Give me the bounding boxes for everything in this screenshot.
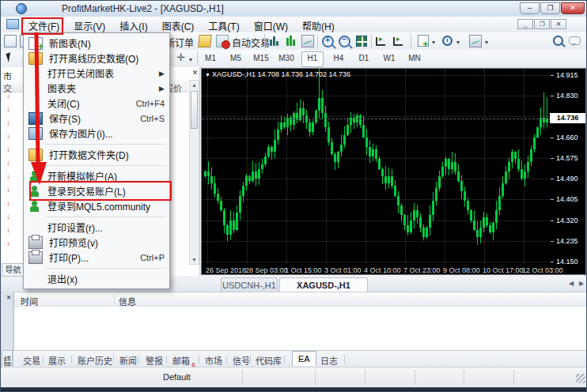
- navigator-side-tab[interactable]: 导航: [2, 263, 25, 277]
- timeframe-M30[interactable]: M30: [276, 51, 297, 66]
- candlestick-chart-icon[interactable]: [285, 35, 297, 47]
- symbol-tick-down-icon: ↓: [6, 158, 15, 167]
- price-tick-dash: [551, 262, 554, 262]
- terminal-tab-新闻[interactable]: 新闻: [119, 354, 137, 367]
- scroll-up-icon[interactable]: ▲: [191, 82, 198, 88]
- timeframe-H4[interactable]: H4: [328, 51, 349, 66]
- blank-icon: [28, 68, 41, 79]
- new-chart-icon[interactable]: [4, 35, 17, 47]
- envelope-icon[interactable]: [198, 35, 212, 47]
- menubar-item-V[interactable]: 显示(V): [66, 17, 112, 32]
- chart-collapse-icon[interactable]: ▼: [205, 72, 212, 77]
- terminal-tab-展示[interactable]: 展示: [48, 354, 66, 367]
- terminal-tab-信号[interactable]: 信号: [233, 354, 250, 367]
- chat-icon[interactable]: [569, 36, 581, 45]
- menubar-item-T[interactable]: 工具(T): [201, 17, 246, 32]
- file-menu-item-MQL5community[interactable]: 登录到MQL5.community: [24, 198, 169, 213]
- timeframe-MN[interactable]: MN: [404, 51, 425, 66]
- mdi-child-icon[interactable]: [6, 19, 19, 29]
- file-menu-item-x[interactable]: 退出(x): [24, 271, 169, 286]
- file-menu-item-r[interactable]: 打印设置(r)...: [24, 220, 169, 235]
- time-axis-label: 12 Oct 03:00: [522, 266, 563, 274]
- periods-caret-icon[interactable]: ▾: [456, 39, 460, 46]
- price-tick-dash: [551, 199, 554, 200]
- file-menu-item-[interactable]: 图表夹▶: [24, 81, 169, 96]
- timeframe-H1[interactable]: H1: [301, 51, 324, 67]
- menu-items: 文件(F)显示(V)插入(I)图表(C)工具(T)窗口(W)帮助(H): [21, 17, 342, 32]
- file-menu-item-i[interactable]: 保存为图片(i)...: [24, 126, 169, 141]
- terminal-tab-账户历史[interactable]: 账户历史: [78, 354, 112, 367]
- file-menu-item-P[interactable]: 打印(P)...Ctrl+P: [24, 250, 169, 265]
- indicators-caret-icon[interactable]: ▾: [432, 39, 435, 46]
- market-watch-scrollbar[interactable]: ▲ ▼: [189, 80, 199, 265]
- mdi-close-button[interactable]: ✕: [551, 19, 566, 29]
- chart-shift-icon[interactable]: [376, 37, 385, 46]
- menubar-item-W[interactable]: 窗口(W): [247, 17, 295, 32]
- templates-icon[interactable]: [469, 35, 482, 47]
- menu-item-label: 退出(x): [47, 272, 165, 285]
- terminal-tab-EA[interactable]: EA: [292, 351, 316, 366]
- scroll-thumb[interactable]: [191, 91, 198, 129]
- tab-scroll-left-icon[interactable]: ◀: [569, 280, 574, 287]
- tile-windows-icon[interactable]: [356, 36, 367, 47]
- file-menu-item-L[interactable]: 登录到交易账户(L): [24, 183, 169, 198]
- terminal-tab-市场[interactable]: 市场: [205, 354, 222, 367]
- timeframe-M15[interactable]: M15: [251, 51, 271, 66]
- window-maximize-button[interactable]: ❐: [540, 2, 560, 14]
- file-menu-item-C[interactable]: 关闭(C)Ctrl+F4: [24, 96, 169, 111]
- terminal-tab-代码库[interactable]: 代码库: [256, 354, 282, 367]
- timeframe-D1[interactable]: D1: [354, 51, 374, 66]
- chart-tab-XAGUSDH1[interactable]: XAGUSD-,H1: [279, 277, 368, 292]
- line-chart-icon[interactable]: [301, 35, 314, 47]
- tab-scroll-right-icon[interactable]: ▶: [579, 280, 584, 287]
- file-menu-item-D[interactable]: 打开数据文件夹(D): [24, 147, 169, 162]
- market-watch-close-icon[interactable]: ✕: [191, 69, 199, 77]
- window-close-button[interactable]: ✕: [561, 2, 585, 14]
- status-divider: [513, 370, 514, 385]
- menu-shortcut: Ctrl+P: [140, 253, 165, 262]
- terminal-tab-交易[interactable]: 交易: [23, 354, 40, 367]
- mdi-restore-button[interactable]: ❐: [534, 19, 550, 29]
- mdi-minimize-button[interactable]: _: [517, 19, 533, 29]
- resize-grip[interactable]: [576, 374, 585, 383]
- menu-item-label: 登录到MQL5.community: [47, 199, 165, 213]
- cursor-icon[interactable]: [6, 52, 13, 62]
- timeframe-M1[interactable]: M1: [200, 51, 221, 66]
- message-column-header: 信息: [119, 295, 136, 307]
- shapes-icon[interactable]: ✛: [176, 51, 185, 63]
- timeframe-W1[interactable]: W1: [379, 51, 400, 66]
- status-profile: Default: [163, 372, 191, 382]
- periods-clock-icon[interactable]: [442, 36, 453, 46]
- window-minimize-button[interactable]: –: [520, 2, 540, 14]
- terminal-tab-警报[interactable]: 警报: [146, 354, 163, 367]
- menu-separator: [24, 265, 169, 271]
- chart-autoscroll-icon[interactable]: [393, 37, 403, 46]
- terminal-tab-日志[interactable]: 日志: [320, 354, 338, 367]
- submenu-arrow-icon: ▶: [159, 85, 165, 92]
- search-icon[interactable]: [553, 36, 563, 46]
- menubar-item-C[interactable]: 图表(C): [155, 17, 202, 32]
- bar-chart-icon[interactable]: [268, 35, 281, 47]
- chart-tab-USDCNHH1[interactable]: USDCNH-,H1: [221, 277, 278, 292]
- zoom-out-icon[interactable]: [339, 36, 350, 47]
- menubar-item-I[interactable]: 插入(I): [112, 17, 154, 32]
- indicators-add-icon[interactable]: [418, 35, 429, 47]
- file-menu-item-N[interactable]: 新图表(N): [24, 36, 169, 51]
- menu-shortcut: Ctrl+F4: [136, 99, 165, 108]
- price-tick-label: 14.405: [556, 195, 578, 203]
- file-menu-item-v[interactable]: 打印预览(v): [24, 235, 169, 250]
- menubar-item-F[interactable]: 文件(F): [21, 17, 66, 32]
- scroll-down-icon[interactable]: ▼: [191, 257, 198, 262]
- timeframe-M5[interactable]: M5: [225, 51, 246, 66]
- autotrade-icon[interactable]: [216, 35, 229, 47]
- file-menu-item-A[interactable]: 开新模拟帐户(A): [24, 168, 169, 183]
- file-menu-item-[interactable]: 打开已关闭图表▶: [24, 66, 169, 81]
- file-menu-item-O[interactable]: 打开离线历史数据(O): [24, 51, 169, 66]
- file-menu-item-S[interactable]: 保存(S)Ctrl+S: [24, 111, 169, 126]
- terminal-close-icon[interactable]: ✕: [5, 294, 13, 302]
- zoom-in-icon[interactable]: [322, 36, 334, 47]
- terminal-header-row: 时间 信息: [14, 292, 586, 307]
- shapes-caret-icon[interactable]: ▾: [189, 56, 192, 63]
- templates-caret-icon[interactable]: ▾: [485, 39, 488, 46]
- menubar-item-H[interactable]: 帮助(H): [295, 17, 342, 32]
